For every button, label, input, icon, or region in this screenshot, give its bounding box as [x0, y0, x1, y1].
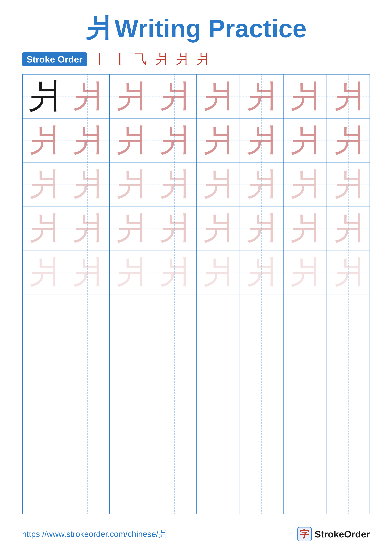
- grid-cell[interactable]: 爿: [197, 74, 240, 118]
- grid-cell[interactable]: 爿: [110, 118, 153, 162]
- char-medium: 爿: [327, 74, 371, 118]
- grid-cell[interactable]: [110, 426, 153, 470]
- grid-cell[interactable]: 爿: [66, 74, 110, 118]
- grid-cell[interactable]: [197, 338, 240, 382]
- grid-cell[interactable]: [197, 382, 240, 426]
- grid-cell[interactable]: [23, 294, 66, 338]
- grid-cell[interactable]: 爿: [23, 162, 66, 206]
- grid-cell[interactable]: [153, 338, 197, 382]
- grid-cell[interactable]: [327, 426, 371, 470]
- grid-row-empty: [23, 426, 370, 470]
- grid-cell[interactable]: [197, 426, 240, 470]
- grid-cell[interactable]: 爿: [23, 118, 66, 162]
- grid-cell[interactable]: 爿: [327, 250, 371, 294]
- grid-cell[interactable]: [153, 470, 197, 514]
- grid-cell[interactable]: 爿: [240, 118, 284, 162]
- grid-cell[interactable]: 爿: [327, 206, 371, 250]
- page-title: 爿 Writing Practice: [86, 16, 306, 41]
- grid-cell[interactable]: 爿: [197, 118, 240, 162]
- grid-cell[interactable]: 爿: [23, 74, 66, 118]
- grid-cell[interactable]: 爿: [153, 74, 197, 118]
- grid-cell[interactable]: 爿: [66, 162, 110, 206]
- char-vlight: 爿: [23, 250, 66, 294]
- grid-cell[interactable]: [240, 294, 284, 338]
- grid-row: 爿 爿 爿 爿 爿 爿 爿 爿: [23, 118, 370, 162]
- grid-cell[interactable]: 爿: [284, 74, 327, 118]
- grid-cell[interactable]: 爿: [327, 118, 371, 162]
- grid-cell[interactable]: [23, 382, 66, 426]
- grid-cell[interactable]: [23, 338, 66, 382]
- grid-cell[interactable]: [284, 338, 327, 382]
- grid-cell[interactable]: 爿: [284, 162, 327, 206]
- grid-cell[interactable]: 爿: [66, 206, 110, 250]
- grid-cell[interactable]: 爿: [327, 74, 371, 118]
- grid-cell[interactable]: 爿: [153, 206, 197, 250]
- char-light: 爿: [23, 206, 66, 250]
- grid-cell[interactable]: 爿: [153, 118, 197, 162]
- grid-row-empty: [23, 470, 370, 514]
- grid-cell[interactable]: [240, 426, 284, 470]
- char-medium: 爿: [240, 118, 283, 162]
- grid-cell[interactable]: [327, 294, 371, 338]
- grid-cell[interactable]: 爿: [240, 74, 284, 118]
- grid-cell[interactable]: 爿: [153, 162, 197, 206]
- grid-cell[interactable]: 爿: [23, 250, 66, 294]
- grid-cell[interactable]: [153, 426, 197, 470]
- grid-row-empty: [23, 338, 370, 382]
- grid-cell[interactable]: 爿: [110, 206, 153, 250]
- grid-cell[interactable]: 爿: [153, 250, 197, 294]
- char-vlight: 爿: [284, 250, 327, 294]
- grid-cell[interactable]: 爿: [284, 206, 327, 250]
- footer-url: https://www.strokeorder.com/chinese/爿: [22, 529, 166, 540]
- grid-cell[interactable]: 爿: [197, 162, 240, 206]
- grid-cell[interactable]: [284, 382, 327, 426]
- grid-cell[interactable]: 爿: [240, 206, 284, 250]
- grid-cell[interactable]: [110, 382, 153, 426]
- grid-cell[interactable]: [153, 382, 197, 426]
- grid-cell[interactable]: [66, 382, 110, 426]
- grid-cell[interactable]: [327, 338, 371, 382]
- grid-cell[interactable]: 爿: [23, 206, 66, 250]
- grid-cell[interactable]: 爿: [327, 162, 371, 206]
- grid-cell[interactable]: 爿: [66, 250, 110, 294]
- grid-cell[interactable]: [197, 470, 240, 514]
- stroke-4: 爿: [155, 51, 168, 68]
- grid-cell[interactable]: [110, 294, 153, 338]
- grid-cell[interactable]: 爿: [110, 74, 153, 118]
- char-light: 爿: [240, 206, 283, 250]
- grid-cell[interactable]: [110, 470, 153, 514]
- grid-cell[interactable]: [153, 294, 197, 338]
- grid-cell[interactable]: 爿: [66, 118, 110, 162]
- grid-cell[interactable]: [110, 338, 153, 382]
- grid-cell[interactable]: [23, 470, 66, 514]
- grid-cell[interactable]: [66, 294, 110, 338]
- grid-cell[interactable]: 爿: [197, 206, 240, 250]
- char-light: 爿: [66, 162, 109, 206]
- grid-cell[interactable]: [240, 338, 284, 382]
- grid-cell[interactable]: 爿: [240, 162, 284, 206]
- grid-cell[interactable]: 爿: [240, 250, 284, 294]
- grid-cell[interactable]: [23, 426, 66, 470]
- char-light: 爿: [197, 206, 240, 250]
- grid-cell[interactable]: 爿: [284, 118, 327, 162]
- grid-cell[interactable]: [197, 294, 240, 338]
- grid-cell[interactable]: [66, 426, 110, 470]
- char-medium: 爿: [66, 74, 109, 118]
- grid-cell[interactable]: 爿: [110, 250, 153, 294]
- grid-cell[interactable]: 爿: [197, 250, 240, 294]
- grid-cell[interactable]: 爿: [110, 162, 153, 206]
- grid-row: 爿 爿 爿 爿 爿 爿 爿 爿: [23, 250, 370, 294]
- char-medium: 爿: [284, 74, 327, 118]
- grid-cell[interactable]: [284, 470, 327, 514]
- grid-cell[interactable]: [240, 470, 284, 514]
- grid-cell[interactable]: [327, 382, 371, 426]
- grid-cell[interactable]: [66, 338, 110, 382]
- grid-cell[interactable]: [284, 294, 327, 338]
- grid-cell[interactable]: [66, 470, 110, 514]
- page: 爿 Writing Practice Stroke Order ⼁ ⼁ ⺄ 爿 …: [0, 0, 392, 555]
- grid-cell[interactable]: [284, 426, 327, 470]
- char-vlight: 爿: [327, 250, 371, 294]
- grid-cell[interactable]: [240, 382, 284, 426]
- grid-cell[interactable]: [327, 470, 371, 514]
- grid-cell[interactable]: 爿: [284, 250, 327, 294]
